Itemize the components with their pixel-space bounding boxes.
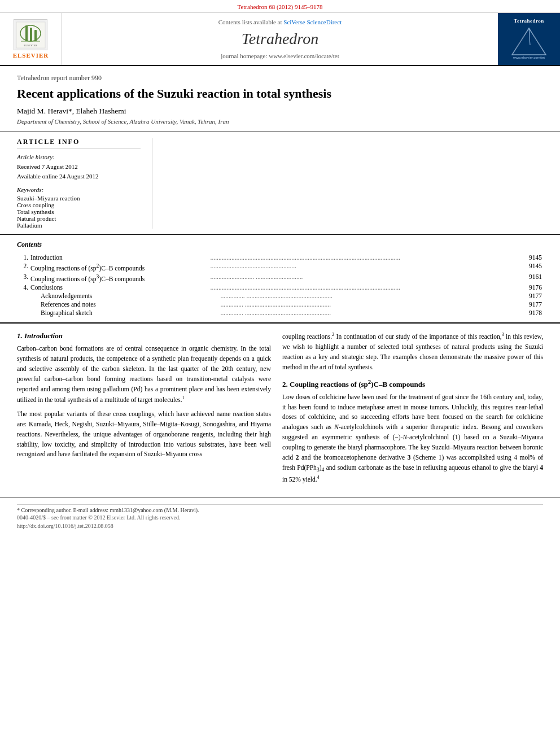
section2-heading: 2. Coupling reactions of (sp2)C–B compou… xyxy=(282,378,543,389)
contents-label-ack: Acknowledgements xyxy=(29,291,208,300)
article-meta-section: Tetrahedron report number 990 Recent app… xyxy=(0,66,560,132)
contents-row-4: 4. Conclusions .........................… xyxy=(17,283,543,291)
contents-num-refs xyxy=(17,300,29,308)
contents-row-refs: References and notes .............. ....… xyxy=(17,300,543,308)
contents-num-3: 3. xyxy=(17,273,29,283)
contents-page-refs: 9177 xyxy=(504,300,543,308)
footnote-text: * Corresponding author. E-mail address: … xyxy=(17,507,199,513)
contents-page-ack: 9177 xyxy=(504,291,543,300)
footnote-star: * Corresponding author. E-mail address: … xyxy=(17,504,543,513)
tetrahedron-logo-svg: www.elsevier.com/tet xyxy=(506,24,552,60)
contents-dots-ack: ............... ........................… xyxy=(208,291,504,300)
contents-num-bio xyxy=(17,308,29,317)
journal-homepage: journal homepage: www.elsevier.com/locat… xyxy=(221,53,339,59)
footer-area: * Corresponding author. E-mail address: … xyxy=(0,497,560,534)
contents-num-2: 2. xyxy=(17,262,29,273)
contents-label-4: Conclusions xyxy=(29,283,208,291)
keyword-4: Natural product xyxy=(17,215,141,222)
keywords-title: Keywords: xyxy=(17,186,141,193)
contents-dots-bio: .............. .........................… xyxy=(208,308,504,317)
contents-label-refs: References and notes xyxy=(29,300,208,308)
keyword-2: Cross coupling xyxy=(17,202,141,208)
sciverse-link[interactable]: SciVerse ScienceDirect xyxy=(283,19,342,25)
keyword-3: Total synthesis xyxy=(17,208,141,215)
keyword-1: Suzuki–Miyaura reaction xyxy=(17,195,141,202)
tetrahedron-logo-text: Tetrahedron xyxy=(514,18,544,24)
contents-page-1: 9145 xyxy=(504,254,543,262)
contents-label-2: Coupling reactions of (sp2)C–B compounds xyxy=(29,262,208,273)
contents-page-3: 9161 xyxy=(504,273,543,283)
svg-rect-4 xyxy=(30,28,32,41)
top-citation-bar: Tetrahedron 68 (2012) 9145–9178 xyxy=(0,0,560,13)
contents-section: Contents 1. Introduction ...............… xyxy=(0,235,560,324)
tetrahedron-logo-area: Tetrahedron www.elsevier.com/tet xyxy=(498,13,560,65)
contents-row-3: 3. Coupling reactions of (sp3)C–B compou… xyxy=(17,273,543,283)
authors-line: Majid M. Heravi*, Elaheh Hashemi xyxy=(17,107,543,116)
contents-page-4: 9176 xyxy=(504,283,543,291)
history-title: Article history: xyxy=(17,154,141,160)
elsevier-emblem: ELSEVIER xyxy=(14,19,47,50)
left-column: 1. Introduction Carbon–carbon bond forma… xyxy=(17,331,271,489)
right-column: coupling reactions.2 In continuation of … xyxy=(282,331,543,489)
elsevier-logo: ELSEVIER ELSEVIER xyxy=(13,19,49,59)
svg-rect-3 xyxy=(25,25,28,41)
doi-text: http://dx.doi.org/10.1016/j.tet.2012.08.… xyxy=(17,523,113,529)
citation-text: Tetrahedron 68 (2012) 9145–9178 xyxy=(237,3,322,10)
article-info-area: ARTICLE INFO Article history: Received 7… xyxy=(0,132,560,235)
contents-dots-1: ........................................… xyxy=(208,254,504,262)
svg-text:ELSEVIER: ELSEVIER xyxy=(24,44,37,47)
contents-row-bio: Biographical sketch .............. .....… xyxy=(17,308,543,317)
tetrahedron-logo: Tetrahedron www.elsevier.com/tet xyxy=(506,18,552,60)
intro-heading: 1. Introduction xyxy=(17,331,271,340)
contents-dots-refs: .............. .........................… xyxy=(208,300,504,308)
report-number: Tetrahedron report number 990 xyxy=(17,74,543,82)
contents-label-3: Coupling reactions of (sp3)C–B compounds xyxy=(29,273,208,283)
contents-table: 1. Introduction ........................… xyxy=(17,254,543,317)
right-paragraph-1: coupling reactions.2 In continuation of … xyxy=(282,331,543,372)
journal-title-area: Contents lists available at SciVerse Sci… xyxy=(62,13,498,65)
contents-title: Contents xyxy=(17,241,543,249)
contents-label-1: Introduction xyxy=(29,254,208,262)
main-content-area: 1. Introduction Carbon–carbon bond forma… xyxy=(0,324,560,497)
contents-dots-4: ........................................… xyxy=(208,283,504,291)
right-paragraph-2: Low doses of colchicine have been used f… xyxy=(282,392,543,484)
contents-row-ack: Acknowledgements ............... .......… xyxy=(17,291,543,300)
keywords-list: Suzuki–Miyaura reaction Cross coupling T… xyxy=(17,195,141,229)
contents-page-bio: 9178 xyxy=(504,308,543,317)
keyword-5: Palladium xyxy=(17,222,141,229)
history-received: Received 7 August 2012 xyxy=(17,162,141,172)
author-names: Majid M. Heravi*, Elaheh Hashemi xyxy=(17,107,126,115)
contents-num-ack xyxy=(17,291,29,300)
journal-header: ELSEVIER ELSEVIER Contents lists availab… xyxy=(0,13,560,66)
elsevier-wordmark: ELSEVIER xyxy=(13,52,49,59)
intro-paragraph-1: Carbon–carbon bond formations are of cen… xyxy=(17,344,271,405)
contents-page-2: 9145 xyxy=(504,262,543,273)
contents-row-1: 1. Introduction ........................… xyxy=(17,254,543,262)
contents-row-2: 2. Coupling reactions of (sp2)C–B compou… xyxy=(17,262,543,273)
article-info-column: ARTICLE INFO Article history: Received 7… xyxy=(17,138,152,229)
contents-dots-3: ........................... ............… xyxy=(208,273,504,283)
article-title: Recent applications of the Suzuki reacti… xyxy=(17,86,543,102)
contents-num-4: 4. xyxy=(17,283,29,291)
intro-paragraph-2: The most popular variants of these cross… xyxy=(17,409,271,460)
sciverse-line: Contents lists available at SciVerse Sci… xyxy=(218,19,342,25)
copyright-text: 0040-4020/$ – see front matter © 2012 El… xyxy=(17,514,180,521)
abstract-column xyxy=(152,138,543,229)
article-info-title: ARTICLE INFO xyxy=(17,138,141,149)
contents-num-1: 1. xyxy=(17,254,29,262)
contents-label-bio: Biographical sketch xyxy=(29,308,208,317)
affiliation: Department of Chemistry, School of Scien… xyxy=(17,118,543,125)
footer-copyright: 0040-4020/$ – see front matter © 2012 El… xyxy=(17,513,543,530)
svg-rect-5 xyxy=(34,30,37,41)
journal-title: Tetrahedron xyxy=(242,30,318,48)
contents-dots-2: ........................................… xyxy=(208,262,504,273)
history-available: Available online 24 August 2012 xyxy=(17,172,141,182)
svg-text:www.elsevier.com/tet: www.elsevier.com/tet xyxy=(513,56,545,59)
elsevier-logo-area: ELSEVIER ELSEVIER xyxy=(0,13,62,65)
